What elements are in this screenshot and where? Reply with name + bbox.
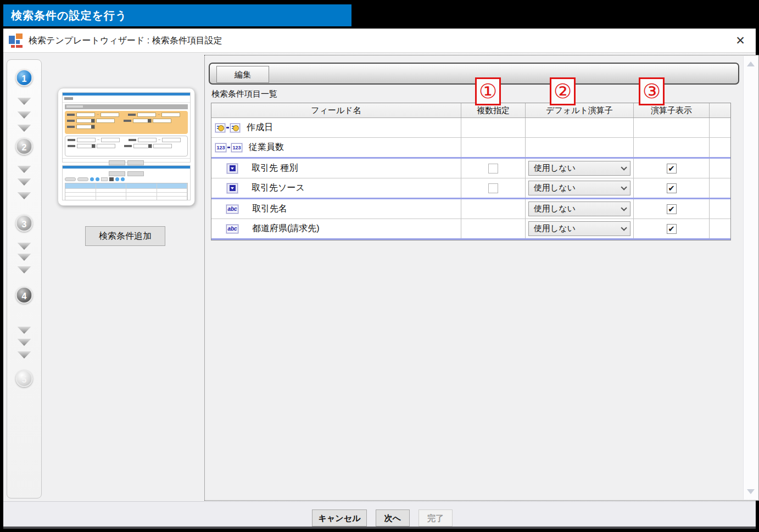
step-5-indicator: 5 <box>16 370 33 387</box>
field-name-label: 取引先名 <box>252 203 287 215</box>
text-field-icon: abc <box>226 205 238 214</box>
multi-select-cell <box>461 178 526 198</box>
operator-display-cell: ✔ <box>634 219 710 238</box>
default-operator-select[interactable]: 使用しない <box>528 221 630 236</box>
dialog-titlebar: 検索テンプレートウィザード : 検索条件項目設定 ✕ <box>3 29 756 53</box>
field-name-cell: 取引先ソース <box>211 178 461 198</box>
operator-display-checkbox[interactable]: ✔ <box>667 204 677 214</box>
operator-display-cell: ✔ <box>634 178 710 198</box>
default-operator-cell: 使用しない <box>526 178 634 198</box>
wizard-stepper: 1 2 3 4 5 <box>7 59 42 499</box>
step-arrow-icon <box>18 266 31 273</box>
operator-display-cell <box>634 138 710 157</box>
multi-select-checkbox[interactable] <box>488 164 498 173</box>
multi-select-checkbox[interactable] <box>488 183 498 193</box>
step-arrow-icon <box>18 351 31 359</box>
step-3-indicator: 3 <box>16 215 33 232</box>
multi-select-cell <box>461 159 526 178</box>
field-name-label: 作成日 <box>247 122 273 133</box>
annotation-marker-2: ② <box>550 77 576 105</box>
cancel-button[interactable]: キャンセル <box>312 509 367 527</box>
blank-cell <box>710 178 730 198</box>
table-row[interactable]: 取引先ソース使用しない✔ <box>211 178 730 199</box>
scroll-up-icon[interactable] <box>747 61 755 66</box>
step-4-indicator: 4 <box>16 287 33 304</box>
blank-cell <box>710 118 730 137</box>
column-header-blank <box>710 103 730 117</box>
operator-display-cell: ✔ <box>634 199 710 219</box>
table-row[interactable]: abc取引先名使用しない✔ <box>211 199 730 219</box>
operator-display-cell <box>634 118 710 137</box>
chevron-down-icon <box>621 225 627 231</box>
step-arrow-icon <box>18 178 31 186</box>
finish-button-disabled: 完了 <box>418 509 453 527</box>
operator-display-checkbox[interactable]: ✔ <box>667 164 677 173</box>
step-1-indicator: 1 <box>16 69 33 86</box>
table-row[interactable]: 作成日 <box>211 118 730 138</box>
table-header-row: フィールド名 複数指定 デフォルト演算子 演算子表示 <box>211 103 730 118</box>
blank-cell <box>710 138 730 157</box>
step-arrow-icon <box>18 111 31 119</box>
annotation-marker-1: ① <box>475 77 501 105</box>
step-arrow-icon <box>18 243 31 250</box>
step-2-indicator: 2 <box>16 138 33 155</box>
default-operator-select[interactable]: 使用しない <box>528 181 630 195</box>
field-name-label: 都道府県(請求先) <box>252 223 320 234</box>
multi-select-cell <box>461 199 526 219</box>
condition-settings-panel: 編集 検索条件項目一覧 ① ② ③ フィールド名 複数指定 デフォルト演算子 演… <box>204 55 759 501</box>
condition-list-title: 検索条件項目一覧 <box>211 89 277 99</box>
date-range-icon <box>215 124 240 132</box>
page-header-banner: 検索条件の設定を行う <box>3 4 351 26</box>
chevron-down-icon <box>621 184 627 190</box>
vertical-scrollbar[interactable] <box>743 56 758 500</box>
blank-cell <box>710 219 730 238</box>
default-operator-cell: 使用しない <box>526 159 634 178</box>
step-arrow-icon <box>18 327 31 334</box>
annotation-marker-3: ③ <box>639 77 665 105</box>
field-name-cell: 取引先 種別 <box>211 159 461 178</box>
field-name-cell: 作成日 <box>211 118 461 137</box>
chevron-down-icon <box>621 164 627 170</box>
column-header-field: フィールド名 <box>211 103 461 117</box>
operator-display-checkbox[interactable]: ✔ <box>667 224 677 234</box>
default-operator-cell: 使用しない <box>526 219 634 238</box>
multi-select-cell <box>461 138 526 157</box>
step-arrow-icon <box>18 339 31 346</box>
close-icon[interactable]: ✕ <box>733 33 748 48</box>
field-name-label: 取引先 種別 <box>252 163 298 174</box>
field-name-cell: abc都道府県(請求先) <box>211 219 461 238</box>
number-range-icon: 123123 <box>215 143 242 152</box>
template-preview-thumbnail: ~~ ~~ <box>58 88 195 206</box>
default-operator-select[interactable]: 使用しない <box>528 201 630 216</box>
picklist-icon <box>227 183 238 193</box>
table-row[interactable]: 123123従業員数 <box>211 138 730 159</box>
table-row[interactable]: abc都道府県(請求先)使用しない✔ <box>211 219 730 240</box>
chevron-down-icon <box>621 205 627 211</box>
wizard-dialog: 検索テンプレートウィザード : 検索条件項目設定 ✕ 1 2 3 4 5 ~~ <box>3 29 756 529</box>
step-arrow-icon <box>18 125 31 132</box>
add-search-condition-button[interactable]: 検索条件追加 <box>85 226 165 246</box>
condition-items-table: フィールド名 複数指定 デフォルト演算子 演算子表示 作成日123123従業員数… <box>211 103 731 240</box>
field-name-label: 従業員数 <box>249 142 284 153</box>
edit-tab[interactable]: 編集 <box>216 66 269 83</box>
scroll-down-icon[interactable] <box>747 489 755 494</box>
table-row[interactable]: 取引先 種別使用しない✔ <box>211 159 730 178</box>
column-header-default-operator: デフォルト演算子 <box>526 103 634 117</box>
preview-result-list <box>62 165 191 200</box>
dialog-title: 検索テンプレートウィザード : 検索条件項目設定 <box>29 29 222 53</box>
next-button[interactable]: 次へ <box>376 509 410 527</box>
preview-plain-panel: ~~ <box>65 136 188 156</box>
field-name-label: 取引先ソース <box>252 182 305 194</box>
field-name-cell: 123123従業員数 <box>211 138 461 157</box>
footer-button-bar: キャンセル 次へ 完了 <box>3 501 756 527</box>
step-arrow-icon <box>18 166 31 173</box>
dialog-bottom-strip <box>3 527 756 529</box>
blank-cell <box>710 199 730 219</box>
default-operator-cell <box>526 118 634 137</box>
operator-display-checkbox[interactable]: ✔ <box>667 183 677 193</box>
app-logo-icon <box>9 33 23 48</box>
step-arrow-icon <box>18 192 31 199</box>
multi-select-cell <box>461 118 526 137</box>
default-operator-select[interactable]: 使用しない <box>528 161 630 176</box>
preview-highlighted-panel: ~~ <box>65 111 188 134</box>
